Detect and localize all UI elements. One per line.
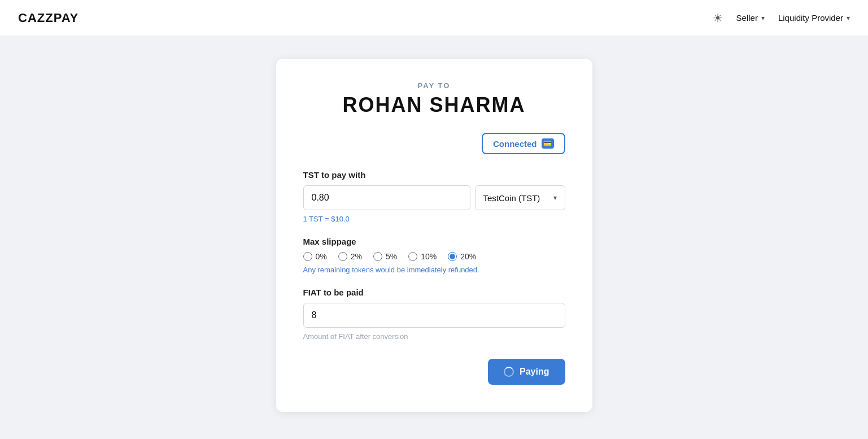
slippage-options: 0% 2% 5% 10% 20% (303, 252, 565, 261)
main: PAY TO ROHAN SHARMA Connected 💳 TST to p… (0, 36, 868, 434)
sun-icon[interactable]: ☀ (713, 11, 723, 25)
paying-button-label: Paying (520, 367, 549, 377)
paying-spinner (504, 367, 514, 377)
slippage-10-label: 10% (421, 252, 437, 261)
slippage-0-radio[interactable] (303, 252, 312, 261)
slippage-20-label: 20% (460, 252, 476, 261)
fiat-amount-input[interactable] (303, 303, 565, 328)
liquidity-provider-dropdown[interactable]: Liquidity Provider ▾ (778, 13, 850, 23)
token-chevron-icon: ▾ (553, 194, 557, 202)
slippage-0[interactable]: 0% (303, 252, 327, 261)
fiat-section-label: FIAT to be paid (303, 288, 565, 297)
slippage-2[interactable]: 2% (338, 252, 362, 261)
slippage-20[interactable]: 20% (448, 252, 476, 261)
tst-row: TestCoin (TST) ▾ (303, 185, 565, 210)
seller-dropdown[interactable]: Seller ▾ (736, 13, 765, 23)
slippage-5-label: 5% (386, 252, 397, 261)
slippage-5-radio[interactable] (373, 252, 382, 261)
slippage-note: Any remaining tokens would be immediatel… (303, 266, 565, 274)
token-name: TestCoin (TST) (483, 193, 540, 203)
tst-section-label: TST to pay with (303, 170, 565, 180)
pay-to-label: PAY TO (303, 81, 565, 90)
connected-label: Connected (493, 139, 537, 149)
header: CAZZPAY ☀ Seller ▾ Liquidity Provider ▾ (0, 0, 868, 36)
tst-amount-input[interactable] (303, 185, 470, 210)
token-select[interactable]: TestCoin (TST) ▾ (475, 185, 565, 210)
seller-chevron-icon: ▾ (761, 14, 765, 22)
seller-label: Seller (736, 13, 758, 23)
slippage-section: Max slippage 0% 2% 5% 10% (303, 237, 565, 274)
payment-card: PAY TO ROHAN SHARMA Connected 💳 TST to p… (276, 59, 592, 412)
slippage-0-label: 0% (316, 252, 327, 261)
slippage-2-label: 2% (351, 252, 362, 261)
action-row: Paying (303, 359, 565, 385)
wallet-icon: 💳 (542, 138, 554, 149)
header-right: ☀ Seller ▾ Liquidity Provider ▾ (713, 11, 850, 25)
logo: CAZZPAY (18, 11, 78, 25)
connected-row: Connected 💳 (303, 133, 565, 154)
slippage-5[interactable]: 5% (373, 252, 397, 261)
slippage-10-radio[interactable] (408, 252, 417, 261)
recipient-name: ROHAN SHARMA (303, 93, 565, 117)
exchange-rate: 1 TST = $10.0 (303, 215, 565, 223)
paying-button[interactable]: Paying (488, 359, 565, 385)
slippage-label: Max slippage (303, 237, 565, 246)
fiat-section: FIAT to be paid Amount of FIAT after con… (303, 288, 565, 341)
slippage-20-radio[interactable] (448, 252, 457, 261)
slippage-2-radio[interactable] (338, 252, 347, 261)
liquidity-chevron-icon: ▾ (847, 14, 850, 22)
liquidity-provider-label: Liquidity Provider (778, 13, 843, 23)
fiat-note: Amount of FIAT after conversion (303, 332, 565, 341)
connected-button[interactable]: Connected 💳 (482, 133, 565, 154)
slippage-10[interactable]: 10% (408, 252, 437, 261)
